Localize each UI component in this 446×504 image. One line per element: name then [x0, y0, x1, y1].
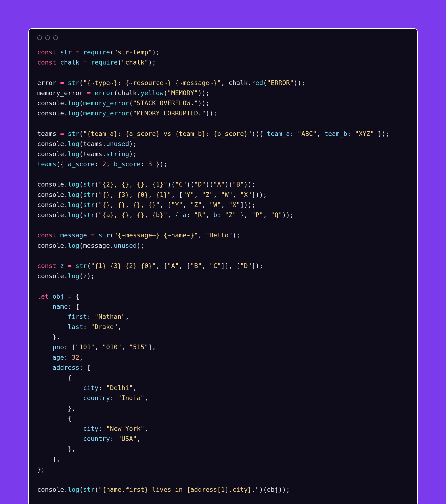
token-str: "{name.first} lives in {address[1].city}…: [98, 486, 259, 493]
token-fn: require: [83, 49, 110, 56]
token-str: "A": [213, 181, 225, 188]
token-pn: :: [290, 130, 298, 137]
token-pn: console.: [37, 150, 68, 158]
token-pn: ));: [206, 109, 217, 117]
token-pn: ));: [198, 99, 210, 107]
code-line: pno: ["101", "010", "515"],: [37, 343, 156, 351]
token-str: "{}, {3}, {0}, {1}": [98, 191, 171, 198]
token-str: "B": [190, 262, 202, 270]
token-pn: [91, 89, 95, 97]
token-key: team_a: [267, 130, 290, 137]
token-key: city: [83, 425, 98, 432]
token-var: message: [60, 232, 87, 239]
token-pn: },: [37, 333, 60, 341]
token-var: chalk: [60, 59, 79, 66]
token-pn: [64, 262, 68, 270]
token-pn: )(: [167, 181, 175, 188]
token-pn: (: [79, 211, 83, 218]
traffic-light-close-icon[interactable]: [37, 35, 42, 40]
token-pn: : [: [64, 343, 76, 351]
token-pn: [87, 59, 91, 66]
code-line: console.log(message.unused);: [37, 242, 144, 249]
token-key: address: [53, 364, 79, 371]
token-pn: ,: [137, 435, 141, 442]
code-line: console.log(str("{2}, {}, {}, {1}")("C")…: [37, 181, 255, 188]
token-pn: console.: [37, 201, 68, 208]
token-op: =: [60, 130, 64, 137]
token-pn: :: [110, 435, 118, 442]
token-pn: :: [64, 354, 72, 361]
token-pn: ,: [232, 191, 240, 198]
token-pn: (z);: [79, 272, 95, 280]
token-str: "W": [221, 191, 232, 198]
token-str: "X": [229, 201, 240, 208]
token-pn: , [: [171, 191, 183, 198]
token-pn: (: [79, 79, 83, 87]
token-pn: ,: [202, 262, 210, 270]
token-pn: ]));: [251, 191, 267, 198]
token-pn: ));: [198, 89, 210, 97]
traffic-light-min-icon[interactable]: [45, 35, 50, 40]
traffic-light-max-icon[interactable]: [53, 35, 58, 40]
token-var: z: [60, 262, 64, 270]
token-pn: [56, 49, 60, 56]
token-str: "str-temp": [114, 49, 152, 56]
code-block: const str = require("str-temp"); const c…: [29, 42, 417, 504]
token-pn: );: [232, 232, 240, 239]
token-pn: console.: [37, 191, 68, 198]
code-line: age: 32,: [37, 354, 83, 361]
token-pn: },: [37, 445, 76, 452]
token-str: "010": [102, 343, 121, 351]
token-key: first: [68, 313, 87, 320]
token-kw: const: [37, 49, 56, 56]
token-fn: str: [68, 130, 79, 137]
token-prop: unused: [114, 242, 137, 249]
token-key: b_score: [114, 160, 141, 168]
token-str: "MEMORY": [167, 89, 198, 97]
token-str: "Q": [271, 211, 282, 218]
token-pn: (teams.: [79, 140, 106, 147]
token-pn: (: [110, 49, 114, 56]
token-pn: [56, 232, 60, 239]
token-op: =: [83, 59, 87, 66]
token-kw: const: [37, 59, 56, 66]
token-pn: ,: [183, 201, 191, 208]
token-str: "C": [175, 181, 186, 188]
token-pn: :: [87, 313, 95, 320]
token-str: "New York": [106, 425, 144, 432]
code-line: console.log(teams.unused);: [37, 140, 137, 147]
token-pn: ,: [144, 425, 148, 432]
token-pn: console.: [37, 109, 68, 117]
token-fn: error: [95, 89, 114, 97]
token-pn: )(obj));: [259, 486, 290, 493]
code-line: console.log(str("{a}, {}, {}, {b}", { a:…: [37, 211, 294, 218]
token-str: "{2}, {}, {}, {1}": [98, 181, 167, 188]
token-str: "chalk": [122, 59, 148, 66]
code-line: country: "India",: [37, 394, 148, 402]
token-op: =: [91, 232, 95, 239]
token-pn: ,: [118, 323, 121, 330]
token-str: "Drake": [91, 323, 118, 330]
token-pn: [95, 232, 98, 239]
token-key: team_b: [324, 130, 347, 137]
token-str: "B": [232, 181, 244, 188]
token-pn: });: [374, 130, 390, 137]
token-kw: let: [37, 293, 49, 300]
token-fn: log: [68, 486, 79, 493]
code-line: console.log(teams.string);: [37, 150, 137, 158]
token-pn: ));: [294, 79, 305, 87]
token-str: "{~message~} {~name~}": [114, 232, 198, 239]
token-pn: [37, 323, 68, 330]
token-pn: console.: [37, 140, 68, 147]
token-pn: (: [95, 486, 98, 493]
token-fn: log: [68, 99, 79, 107]
code-line: console.log(memory_error("MEMORY CORRUPT…: [37, 109, 217, 117]
token-fn: teams: [37, 160, 56, 168]
token-pn: [37, 364, 53, 371]
token-str: "W": [210, 201, 221, 208]
token-pn: ,: [144, 394, 148, 402]
token-str: "101": [76, 343, 95, 351]
token-num: 32: [71, 354, 79, 361]
code-line: };: [37, 466, 45, 473]
code-line: {: [37, 415, 71, 422]
